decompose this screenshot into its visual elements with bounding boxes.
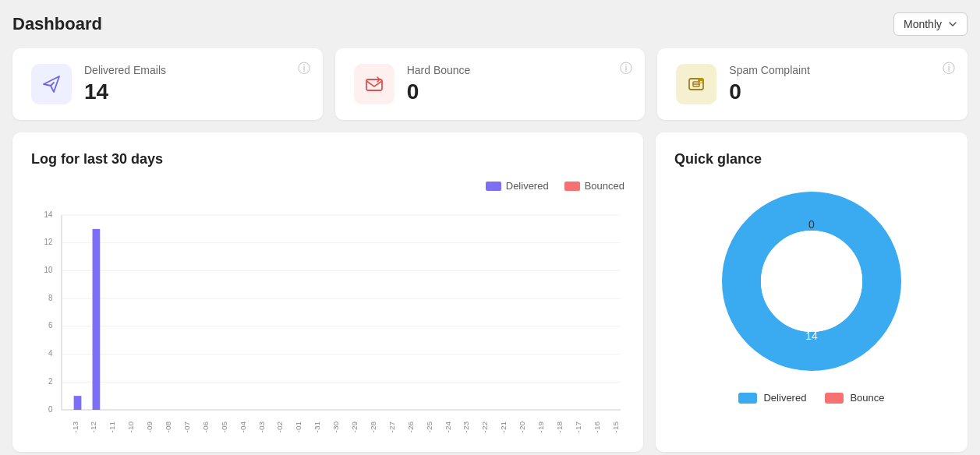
svg-text:2023-06-02: 2023-06-02 (276, 421, 285, 433)
svg-text:2023-06-07: 2023-06-07 (182, 421, 191, 433)
svg-text:12: 12 (44, 238, 52, 246)
legend-delivered-label: Delivered (506, 180, 549, 192)
svg-text:2023-05-17: 2023-05-17 (574, 421, 582, 433)
chart-title: Log for last 30 days (31, 151, 624, 168)
svg-text:2023-05-25: 2023-05-25 (425, 421, 433, 433)
svg-text:2023-05-19: 2023-05-19 (536, 421, 545, 433)
bounce-value: 0 (407, 79, 627, 104)
svg-text:2023-05-15: 2023-05-15 (611, 421, 620, 433)
svg-text:2023-05-21: 2023-05-21 (499, 421, 508, 433)
chevron-down-icon (948, 19, 957, 29)
stat-card-delivered: Delivered Emails 14 ⓘ (12, 48, 323, 120)
svg-text:2023-06-11: 2023-06-11 (108, 421, 116, 433)
spam-info-icon: ⓘ (943, 61, 955, 77)
chart-card: Log for last 30 days Delivered Bounced .… (12, 132, 643, 452)
donut-container: 0 14 Delivered Bounce (674, 180, 949, 404)
spam-icon-container: $ (676, 64, 716, 104)
period-label: Monthly (904, 18, 942, 30)
delivered-info-icon: ⓘ (298, 61, 310, 77)
svg-text:2023-06-13: 2023-06-13 (71, 421, 80, 433)
svg-text:0: 0 (48, 405, 53, 414)
spam-icon: $ (685, 73, 707, 95)
donut-delivered-label: 14 (805, 330, 818, 342)
donut-legend-bounce: Bounce (825, 392, 884, 404)
quick-glance-title: Quick glance (674, 151, 949, 168)
legend-delivered: Delivered (486, 180, 549, 192)
donut-bounce-legend-label: Bounce (850, 392, 884, 404)
svg-text:2023-05-24: 2023-05-24 (444, 421, 452, 433)
svg-rect-0 (366, 79, 382, 90)
spam-label: Spam Complaint (729, 64, 949, 76)
svg-text:2023-05-27: 2023-05-27 (387, 421, 396, 433)
spam-info: Spam Complaint 0 (729, 64, 949, 104)
bar-1-delivered (93, 229, 101, 410)
svg-text:14: 14 (44, 210, 52, 219)
bar-0-delivered (74, 396, 82, 410)
svg-text:2023-05-31: 2023-05-31 (313, 421, 321, 433)
quick-glance-card: Quick glance 0 14 Deli (656, 132, 968, 452)
legend-bounced: Bounced (564, 180, 624, 192)
svg-text:2023-06-04: 2023-06-04 (239, 421, 247, 433)
legend-delivered-color (486, 182, 501, 191)
donut-delivered-legend-label: Delivered (763, 392, 806, 404)
svg-text:2023-06-03: 2023-06-03 (257, 421, 266, 433)
stat-cards-row: Delivered Emails 14 ⓘ Hard Bounce 0 ⓘ (12, 48, 968, 120)
bounce-info-icon: ⓘ (620, 61, 632, 77)
bounce-label: Hard Bounce (407, 64, 627, 76)
svg-text:2023-05-28: 2023-05-28 (369, 421, 377, 433)
delivered-value: 14 (84, 79, 304, 104)
svg-text:2023-05-23: 2023-05-23 (462, 421, 471, 433)
svg-text:2023-06-10: 2023-06-10 (126, 421, 135, 433)
svg-text:2023-06-01: 2023-06-01 (294, 421, 302, 433)
stat-card-bounce: Hard Bounce 0 ⓘ (335, 48, 646, 120)
svg-text:2023-05-26: 2023-05-26 (406, 421, 415, 433)
donut-legend-delivered: Delivered (738, 392, 806, 404)
svg-text:2023-06-08: 2023-06-08 (164, 421, 172, 433)
svg-text:2023-05-30: 2023-05-30 (331, 421, 340, 433)
svg-text:2: 2 (48, 377, 52, 386)
bounce-info: Hard Bounce 0 (407, 64, 627, 104)
svg-text:2023-06-12: 2023-06-12 (90, 421, 98, 433)
header: Dashboard Monthly (12, 12, 968, 36)
svg-text:4: 4 (48, 349, 53, 358)
chart-legend: Delivered Bounced (31, 180, 624, 192)
svg-text:6: 6 (48, 321, 53, 330)
legend-bounced-color (564, 182, 580, 191)
donut-bounced-label: 0 (808, 218, 815, 231)
svg-text:2023-06-05: 2023-06-05 (220, 421, 228, 433)
period-selector[interactable]: Monthly (893, 12, 968, 36)
bottom-section: Log for last 30 days Delivered Bounced .… (12, 132, 968, 452)
spam-value: 0 (729, 79, 949, 104)
svg-text:2023-05-16: 2023-05-16 (593, 421, 601, 433)
svg-text:2023-06-09: 2023-06-09 (145, 421, 154, 433)
svg-text:2023-05-22: 2023-05-22 (480, 421, 489, 433)
chart-container: .grid-line { stroke: #e0e0e0; stroke-wid… (31, 199, 624, 433)
stat-card-spam: $ Spam Complaint 0 ⓘ (657, 48, 968, 120)
donut-chart-svg: 0 14 (710, 180, 913, 383)
svg-text:2023-05-20: 2023-05-20 (518, 421, 526, 433)
donut-delivered-legend-color (738, 393, 757, 404)
bounce-icon-container (354, 64, 394, 104)
page-title: Dashboard (12, 14, 102, 34)
bounce-mail-icon (363, 73, 385, 95)
delivered-info: Delivered Emails 14 (84, 64, 304, 104)
donut-bounce-legend-color (825, 393, 844, 404)
donut-center-hole (761, 231, 862, 332)
donut-legend: Delivered Bounce (738, 392, 884, 404)
svg-text:2023-05-18: 2023-05-18 (555, 421, 564, 433)
legend-bounced-label: Bounced (585, 180, 624, 192)
svg-text:2023-06-06: 2023-06-06 (201, 421, 210, 433)
paper-plane-icon (41, 73, 62, 95)
svg-text:8: 8 (48, 294, 53, 302)
bar-chart-svg: .grid-line { stroke: #e0e0e0; stroke-wid… (31, 199, 624, 433)
svg-text:10: 10 (44, 266, 52, 274)
delivered-icon-container (31, 64, 72, 104)
page: Dashboard Monthly Delivered Emails 14 ⓘ (0, 0, 980, 455)
delivered-label: Delivered Emails (84, 64, 304, 76)
svg-text:2023-05-29: 2023-05-29 (350, 421, 359, 433)
